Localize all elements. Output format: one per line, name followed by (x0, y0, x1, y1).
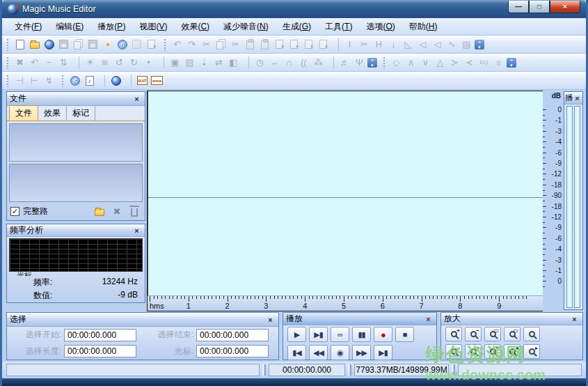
full-path-checkbox[interactable]: ✓ (10, 207, 19, 216)
db-label: 0 (557, 277, 562, 285)
status-grip[interactable] (262, 364, 266, 376)
menu-item-T[interactable]: 工具(T) (318, 19, 359, 35)
play-panel-title: 播放 (286, 313, 423, 325)
db-tick (543, 173, 546, 174)
zoom-selection-in-button[interactable]: ▭ (484, 327, 501, 341)
close-icon[interactable]: × (423, 314, 434, 324)
zoom-right-button[interactable]: ▸ (523, 344, 540, 359)
status-grip[interactable] (452, 364, 455, 376)
toolbar-grip[interactable] (6, 38, 10, 51)
menu-item-P[interactable]: 播放(P) (90, 19, 132, 35)
toolbar-grip[interactable] (61, 75, 65, 87)
close-icon[interactable]: × (132, 94, 142, 104)
menu-item-E[interactable]: 编辑(E) (49, 19, 90, 35)
toolbar-overflow-button[interactable]: »▾ (367, 58, 377, 68)
stack-icon: ▤ (459, 38, 474, 52)
web-convert-icon[interactable] (109, 74, 123, 88)
ruler-tick (301, 296, 302, 299)
toolbar-grip[interactable] (383, 56, 386, 69)
toolbar-grip[interactable] (6, 75, 10, 87)
fast-forward-button[interactable]: ▶▶ (352, 345, 371, 360)
zoom-to-selection-button[interactable] (523, 327, 540, 341)
timeline-ruler[interactable]: hms123456789 (148, 295, 543, 311)
zoom-modifier: − (495, 345, 499, 351)
selection-start-input[interactable]: 00:00:00.000 (64, 329, 136, 341)
new-file-icon[interactable] (13, 38, 27, 52)
menu-item-O[interactable]: 选项(O) (359, 19, 402, 35)
file-list[interactable] (9, 123, 143, 162)
toolbar-group: ☀≋↺↻• (73, 54, 158, 70)
close-button[interactable]: ✕ (550, 1, 580, 13)
tab-文件[interactable]: 文件 (9, 105, 38, 121)
file-panel: 文件 × 文件效果标记 ✓ 完整路 ✖ (6, 91, 145, 221)
menu-item-F[interactable]: 文件(F) (8, 19, 49, 35)
record-button[interactable]: ● (374, 327, 392, 342)
menu-item-H[interactable]: 帮助(H) (402, 19, 445, 35)
wma-convert-icon[interactable]: wma (150, 74, 164, 88)
tab-标记[interactable]: 标记 (67, 106, 95, 121)
zoom-vertical-in-button[interactable]: + (465, 344, 482, 359)
play-from-cursor-button[interactable]: ◉ (331, 345, 349, 360)
db-tick-minor (543, 157, 545, 158)
file-detail-list[interactable] (9, 164, 143, 202)
ruler-tick (181, 296, 182, 299)
toolbar-grip[interactable] (6, 56, 10, 69)
frequency-label: 频率: (33, 277, 52, 288)
pause-button[interactable]: ▮▮ (352, 327, 371, 342)
zoom-vertical-out-button[interactable]: − (484, 344, 501, 359)
ruler-tick (321, 296, 321, 299)
db-tick (543, 206, 546, 207)
zoom-modifier: − (476, 327, 479, 334)
bat-convert-icon[interactable]: BAT (135, 74, 150, 88)
audio-doc-icon[interactable]: ♪ (82, 74, 97, 88)
open-folder-button[interactable] (93, 206, 106, 217)
ruler-tick (487, 296, 488, 299)
zoom-in-button[interactable]: + (445, 327, 462, 341)
delete-file-button[interactable] (127, 206, 141, 217)
minimize-button[interactable]: — (508, 1, 529, 13)
menu-item-G[interactable]: 生成(G) (276, 19, 318, 35)
toolbar-overflow-button[interactable]: »▾ (475, 40, 484, 49)
burn-cd-icon[interactable] (100, 38, 115, 52)
menu-item-V[interactable]: 视图(V) (132, 19, 174, 35)
close-icon[interactable]: × (132, 226, 142, 236)
cd-image-icon[interactable] (67, 74, 82, 88)
remove-file-button[interactable]: ✖ (110, 206, 124, 217)
play-button[interactable]: ▶ (287, 327, 306, 342)
menu-item-N[interactable]: 减少噪音(N) (216, 19, 276, 35)
rewind-button[interactable]: ◀◀ (309, 345, 328, 360)
zoom-left-button[interactable]: ◂ (504, 344, 521, 359)
ruler-tick (344, 296, 344, 302)
close-icon[interactable]: × (569, 314, 580, 324)
extract-cd-icon[interactable] (115, 38, 129, 52)
magnifier-icon (451, 348, 457, 355)
selection-length-input[interactable]: 00:00:00.000 (64, 345, 136, 357)
open-url-icon[interactable] (42, 38, 56, 52)
close-icon[interactable]: × (573, 93, 582, 103)
ruler-tick (309, 296, 310, 299)
play-to-end-button[interactable]: ▶▮ (309, 327, 328, 342)
close-icon[interactable]: × (265, 315, 276, 325)
open-file-icon[interactable] (27, 38, 42, 52)
tab-效果[interactable]: 效果 (38, 106, 67, 121)
go-to-start-button[interactable]: ▮◀ (287, 345, 306, 360)
menu-item-C[interactable]: 效果(C) (174, 19, 216, 35)
title-bar[interactable]: Magic Music Editor —□✕ (2, 0, 586, 18)
converge-icon: ≻ (447, 56, 462, 70)
selection-end-input[interactable]: 00:00:00.000 (196, 329, 269, 341)
stop-button[interactable]: ■ (395, 327, 414, 342)
status-grip[interactable] (348, 364, 351, 376)
zoom-full-button[interactable] (445, 344, 462, 359)
toolbar-grip[interactable] (164, 38, 167, 51)
waveform-area[interactable]: hms123456789 (147, 91, 543, 311)
maximize-button[interactable]: □ (529, 1, 550, 13)
loop-button[interactable]: ∞ (331, 327, 349, 342)
zoom-selection-button[interactable]: ▭ (504, 327, 521, 341)
cursor-position-input[interactable]: 00:00:00.000 (196, 345, 269, 357)
toolbar-group: ↶↷✂✂ (161, 36, 333, 52)
go-to-end-button[interactable]: ▶▮ (374, 345, 392, 360)
db-label: -18 (552, 180, 562, 188)
zoom-out-button[interactable]: − (465, 327, 482, 341)
toolbar-overflow-button[interactable]: »▾ (507, 58, 516, 68)
brightness-icon: ☀ (83, 56, 97, 70)
